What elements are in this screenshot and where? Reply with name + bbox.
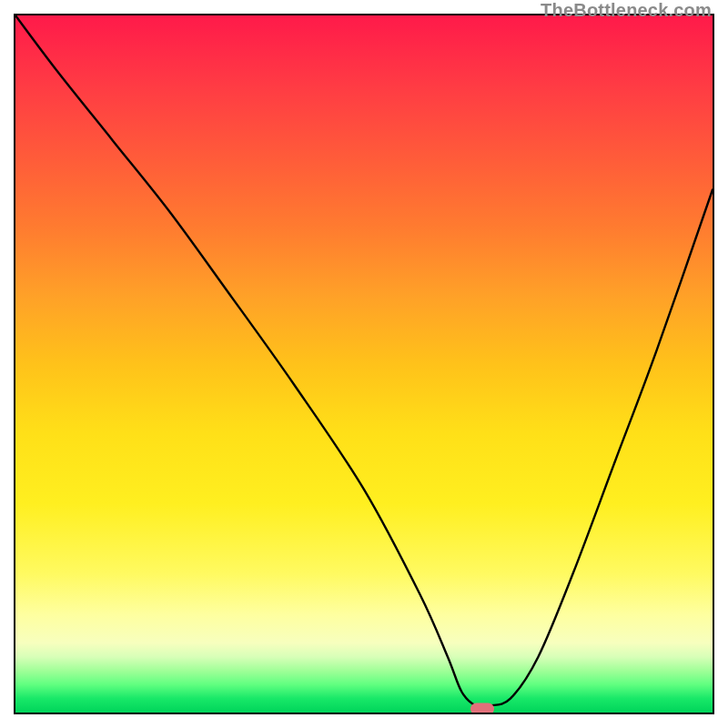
plot-area <box>14 14 714 714</box>
curve-layer <box>15 15 713 713</box>
bottleneck-curve-line <box>15 15 713 707</box>
bottleneck-chart: TheBottleneck.com <box>0 0 728 728</box>
watermark-label: TheBottleneck.com <box>541 0 712 21</box>
optimal-marker <box>470 703 494 714</box>
